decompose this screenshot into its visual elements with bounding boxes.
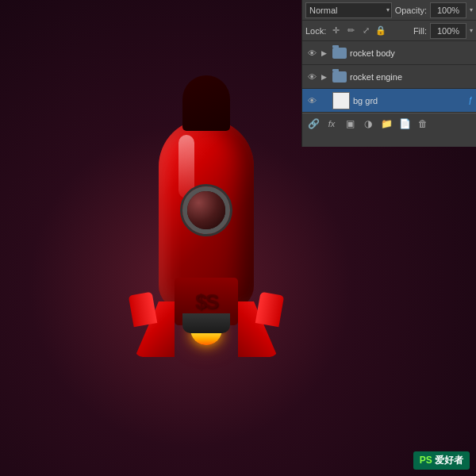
folder-icon-rocket-body <box>332 48 347 59</box>
rocket-text: $S <box>195 290 217 314</box>
layers-panel: Normal ▾ Opacity: ▾ Lock: ✛ ✏ ⤢ 🔒 Fill: … <box>301 0 476 147</box>
opacity-label: Opacity: <box>395 6 427 15</box>
new-layer-icon[interactable]: 📄 <box>397 116 413 132</box>
layer-rocket-body[interactable]: 👁 ▶ rocket body <box>302 41 476 65</box>
fill-label: Fill: <box>413 26 427 36</box>
opacity-input[interactable] <box>430 2 466 18</box>
fill-input[interactable] <box>430 23 466 39</box>
layer-bg-grd[interactable]: 👁 ▶ bg grd ƒ <box>302 89 476 113</box>
new-folder-icon[interactable]: 📁 <box>378 116 394 132</box>
watermark: PS 爱好者 <box>413 451 470 470</box>
expand-arrow-rocket-body[interactable]: ▶ <box>321 49 329 57</box>
lock-fill-row: Lock: ✛ ✏ ⤢ 🔒 Fill: ▾ <box>302 21 476 41</box>
rocket: $S <box>127 71 286 405</box>
fx-icon[interactable]: fx <box>324 116 340 132</box>
eye-icon-rocket-body[interactable]: 👁 <box>305 47 318 60</box>
layer-name-rocket-engine: rocket engine <box>350 72 473 82</box>
mask-icon[interactable]: ▣ <box>342 116 358 132</box>
layers-list: 👁 ▶ rocket body 👁 ▶ rocket engine 👁 ▶ bg… <box>302 41 476 113</box>
delete-icon[interactable]: 🗑 <box>415 116 431 132</box>
rocket-porthole <box>182 186 230 234</box>
exhaust-nozzle <box>182 313 230 333</box>
layer-indicator: ƒ <box>468 96 473 105</box>
lock-icons: ✛ ✏ ⤢ 🔒 <box>329 25 387 37</box>
leg-left <box>129 292 157 328</box>
watermark-ps: PS <box>420 455 432 466</box>
porthole-glass <box>187 191 225 229</box>
layer-rocket-engine[interactable]: 👁 ▶ rocket engine <box>302 65 476 89</box>
lock-pos-icon[interactable]: ⤢ <box>359 25 372 37</box>
rocket-nose <box>182 75 230 131</box>
layer-name-rocket-body: rocket body <box>350 48 473 58</box>
folder-icon-rocket-engine <box>332 71 347 83</box>
lock-label: Lock: <box>305 26 326 36</box>
watermark-text: 爱好者 <box>435 455 463 466</box>
eye-icon-rocket-engine[interactable]: 👁 <box>305 71 318 83</box>
layer-name-bg-grd: bg grd <box>353 96 465 106</box>
link-icon[interactable]: 🔗 <box>305 116 321 132</box>
adjust-icon[interactable]: ◑ <box>360 116 376 132</box>
eye-icon-bg-grd[interactable]: 👁 <box>305 94 318 107</box>
thumb-checker <box>333 93 349 109</box>
fill-arrow: ▾ <box>470 27 473 34</box>
layers-bottom-bar: 🔗 fx ▣ ◑ 📁 📄 🗑 <box>302 113 476 133</box>
rocket-highlight <box>178 135 194 198</box>
blend-opacity-row: Normal ▾ Opacity: ▾ <box>302 0 476 21</box>
opacity-arrow: ▾ <box>470 6 473 13</box>
expand-arrow-rocket-engine[interactable]: ▶ <box>321 73 329 81</box>
leg-right <box>255 292 284 328</box>
thumb-bg-grd <box>332 92 350 109</box>
blend-mode-select[interactable]: Normal <box>305 2 392 18</box>
lock-draw-icon[interactable]: ✏ <box>344 25 357 37</box>
lock-all-icon[interactable]: 🔒 <box>374 25 387 37</box>
lock-move-icon[interactable]: ✛ <box>329 25 342 37</box>
blend-mode-select-wrap[interactable]: Normal ▾ <box>305 2 392 18</box>
